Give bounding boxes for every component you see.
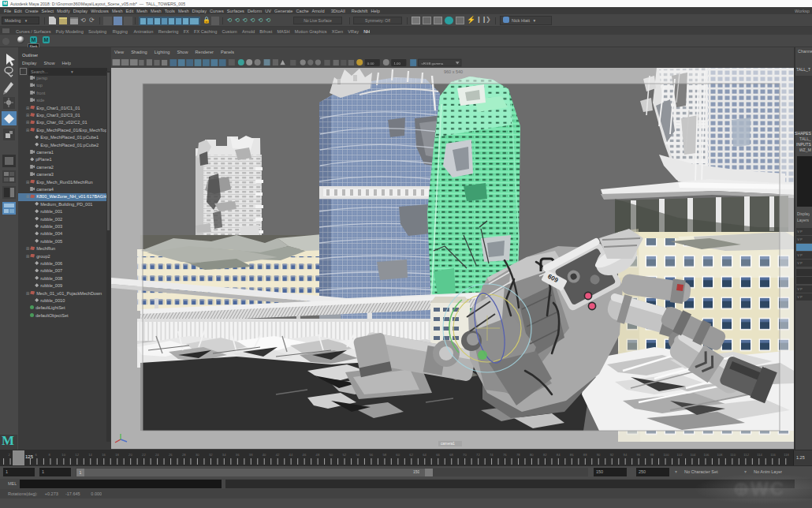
svg-text:22: 22 — [142, 453, 146, 457]
svg-text:54: 54 — [356, 453, 359, 457]
svg-text:42: 42 — [276, 453, 280, 457]
svg-text:90: 90 — [597, 453, 601, 457]
svg-text:78: 78 — [516, 453, 520, 457]
svg-text:18: 18 — [115, 453, 119, 457]
svg-text:76: 76 — [503, 453, 507, 457]
svg-text:30: 30 — [196, 453, 199, 457]
svg-text:camera1: camera1 — [441, 442, 455, 446]
svg-text:66: 66 — [436, 453, 440, 457]
svg-text:80: 80 — [530, 453, 534, 457]
svg-text:46: 46 — [303, 453, 307, 457]
svg-text:106: 106 — [703, 453, 710, 457]
svg-text:58: 58 — [382, 453, 386, 457]
svg-text:6: 6 — [35, 453, 37, 457]
svg-text:86: 86 — [570, 453, 574, 457]
svg-text:20: 20 — [129, 453, 132, 457]
svg-text:100: 100 — [664, 453, 670, 457]
svg-text:102: 102 — [677, 453, 683, 457]
svg-text:116: 116 — [770, 453, 776, 457]
svg-text:110: 110 — [730, 453, 736, 457]
svg-text:12: 12 — [75, 453, 79, 457]
svg-text:64: 64 — [423, 453, 426, 457]
svg-text:62: 62 — [409, 453, 413, 457]
svg-text:98: 98 — [650, 453, 654, 457]
svg-text:94: 94 — [624, 453, 628, 457]
svg-text:16: 16 — [102, 453, 106, 457]
svg-text:28: 28 — [182, 453, 186, 457]
svg-text:34: 34 — [222, 453, 226, 457]
svg-text:8: 8 — [48, 453, 50, 457]
svg-text:112: 112 — [743, 453, 749, 457]
svg-text:38: 38 — [249, 453, 253, 457]
svg-text:24: 24 — [155, 453, 159, 457]
svg-text:118: 118 — [784, 453, 789, 457]
svg-text:56: 56 — [369, 453, 373, 457]
svg-text:sRGB gamma: sRGB gamma — [422, 62, 444, 65]
svg-text:88: 88 — [583, 453, 587, 457]
svg-text:1.00: 1.00 — [393, 62, 400, 65]
svg-text:44: 44 — [289, 453, 293, 457]
svg-text:68: 68 — [449, 453, 453, 457]
svg-text:104: 104 — [690, 453, 696, 457]
svg-text:0.00: 0.00 — [367, 62, 374, 65]
svg-text:26: 26 — [169, 453, 173, 457]
svg-text:2: 2 — [9, 453, 11, 457]
svg-text:84: 84 — [557, 453, 561, 457]
svg-text:40: 40 — [263, 453, 266, 457]
svg-text:32: 32 — [209, 453, 213, 457]
svg-text:82: 82 — [543, 453, 547, 457]
svg-text:60: 60 — [396, 453, 400, 457]
svg-text:96: 96 — [637, 453, 641, 457]
svg-text:960 x 540: 960 x 540 — [444, 69, 463, 74]
svg-text:108: 108 — [717, 453, 723, 457]
svg-text:74: 74 — [490, 453, 494, 457]
svg-text:10: 10 — [61, 453, 65, 457]
svg-text:92: 92 — [610, 453, 614, 457]
svg-text:72: 72 — [476, 453, 480, 457]
svg-text:70: 70 — [463, 453, 467, 457]
svg-text:36: 36 — [236, 453, 240, 457]
svg-text:50: 50 — [330, 453, 333, 457]
svg-text:14: 14 — [88, 453, 92, 457]
svg-text:52: 52 — [343, 453, 347, 457]
svg-text:114: 114 — [757, 453, 762, 457]
svg-text:48: 48 — [316, 453, 320, 457]
